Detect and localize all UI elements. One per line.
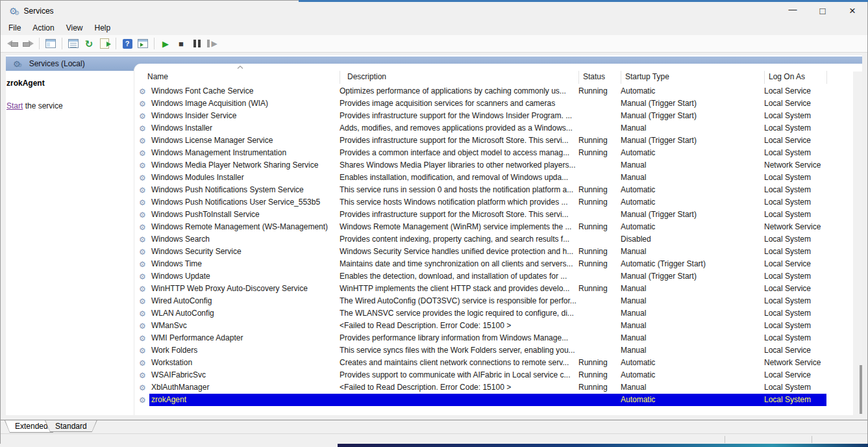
service-rows: ⚙Windows Font Cache Service Optimizes pe… <box>135 85 853 406</box>
table-row[interactable]: ⚙Windows Media Player Network Sharing Se… <box>135 159 826 172</box>
column-header-startup-type[interactable]: Startup Type <box>625 72 669 81</box>
service-description: Provides image acquisition services for … <box>340 97 578 110</box>
table-row[interactable]: ⚙Windows Time Maintains date and time sy… <box>135 258 826 270</box>
column-divider[interactable] <box>764 71 765 84</box>
service-name: Windows Remote Management (WS-Management… <box>151 221 328 233</box>
table-row[interactable]: ⚙Windows PushToInstall Service Provides … <box>135 209 826 221</box>
column-divider[interactable] <box>621 71 621 84</box>
service-description: Maintains date and time synchronization … <box>340 258 578 270</box>
service-startup-type: Manual <box>621 320 764 332</box>
table-row[interactable]: ⚙Windows Insider Service Provides infras… <box>135 110 826 122</box>
service-description: Creates and maintains client network con… <box>340 357 578 369</box>
service-log-on-as: Local System <box>764 233 826 246</box>
service-gear-icon: ⚙ <box>139 236 148 244</box>
restart-service-icon[interactable]: ▶ <box>205 36 219 51</box>
vertical-scrollbar[interactable] <box>853 71 862 415</box>
service-gear-icon: ⚙ <box>139 88 148 96</box>
table-row[interactable]: ⚙Wired AutoConfig The Wired AutoConfig (… <box>135 295 826 307</box>
vertical-scrollbar-thumb[interactable] <box>860 365 862 414</box>
services-node-icon: ⚙⚙ <box>13 60 21 68</box>
column-header-status[interactable]: Status <box>583 72 605 81</box>
service-name: WinHTTP Web Proxy Auto-Discovery Service <box>151 283 308 295</box>
table-row[interactable]: ⚙Windows License Manager Service Provide… <box>135 134 826 147</box>
table-row[interactable]: ⚙Windows Search Provides content indexin… <box>135 233 826 246</box>
taskbar-sliver[interactable] <box>338 444 868 447</box>
service-description: Provides infrastructure support for the … <box>340 209 578 221</box>
table-row[interactable]: ⚙Windows Push Notifications User Service… <box>135 196 826 209</box>
service-log-on-as: Local Service <box>764 85 826 97</box>
column-divider[interactable] <box>340 71 340 84</box>
column-header-name[interactable]: Name <box>147 72 168 81</box>
table-row[interactable]: ⚙Windows Image Acquisition (WIA) Provide… <box>135 97 826 110</box>
table-row[interactable]: ⚙Windows Installer Adds, modifies, and r… <box>135 122 826 134</box>
service-startup-type: Automatic <box>621 221 764 233</box>
service-gear-icon: ⚙ <box>139 174 148 182</box>
service-gear-icon: ⚙ <box>139 149 148 157</box>
start-service-icon[interactable]: ▶ <box>158 36 173 51</box>
service-name: Windows Push Notifications System Servic… <box>151 184 304 196</box>
table-row[interactable]: ⚙Windows Security Service Windows Securi… <box>135 246 826 258</box>
table-row[interactable]: ⚙Windows Modules Installer Enables insta… <box>135 172 826 184</box>
service-description: Optimizes performance of applications by… <box>340 85 578 97</box>
menu-file[interactable]: File <box>3 22 27 34</box>
table-row[interactable]: ⚙Windows Update Enables the detection, d… <box>135 270 826 283</box>
menu-view[interactable]: View <box>60 22 89 34</box>
tab-standard[interactable]: Standard <box>45 420 97 432</box>
pause-service-icon[interactable] <box>190 36 204 51</box>
minimize-button[interactable]: — <box>778 1 808 21</box>
table-row[interactable]: ⚙Windows Management Instrumentation Prov… <box>135 147 826 159</box>
stop-service-icon[interactable]: ■ <box>174 36 188 51</box>
service-startup-type: Manual (Trigger Start) <box>621 209 764 221</box>
forward-icon[interactable] <box>21 36 35 51</box>
service-startup-type: Manual <box>621 381 764 394</box>
refresh-icon[interactable]: ↻ <box>82 36 96 51</box>
service-name: WLAN AutoConfig <box>151 307 214 320</box>
service-log-on-as: Local Service <box>764 97 826 110</box>
column-divider[interactable] <box>578 71 579 84</box>
service-log-on-as: Local Service <box>764 258 826 270</box>
table-row[interactable]: ⚙Windows Push Notifications System Servi… <box>135 184 826 196</box>
service-startup-type: Manual <box>621 246 764 258</box>
column-header-description[interactable]: Description <box>347 72 386 81</box>
table-row[interactable]: ⚙WLAN AutoConfig The WLANSVC service pro… <box>135 307 826 320</box>
service-startup-type: Manual <box>621 295 764 307</box>
service-description: This service hosts Windows notification … <box>340 196 578 209</box>
close-button[interactable]: × <box>837 1 867 21</box>
service-log-on-as: Local System <box>764 122 826 134</box>
service-log-on-as: Local System <box>764 246 826 258</box>
column-divider[interactable] <box>826 71 827 84</box>
menu-help[interactable]: Help <box>89 22 117 34</box>
table-row[interactable]: ⚙zrokAgent Automatic Local System <box>135 394 826 406</box>
service-name: Windows Management Instrumentation <box>151 147 286 159</box>
back-icon[interactable] <box>5 36 19 51</box>
help-icon[interactable]: ? <box>120 36 134 51</box>
service-name: Windows Search <box>151 233 210 246</box>
table-row[interactable]: ⚙Workstation Creates and maintains clien… <box>135 357 826 369</box>
service-description: Windows Remote Management (WinRM) servic… <box>340 221 578 233</box>
selected-service-name: zrokAgent <box>6 79 134 88</box>
table-row[interactable]: ⚙Windows Remote Management (WS-Managemen… <box>135 221 826 233</box>
extended-view-icon[interactable] <box>136 36 150 51</box>
service-name: Windows Image Acquisition (WIA) <box>151 97 268 110</box>
service-status: Running <box>578 258 621 270</box>
menu-action[interactable]: Action <box>27 22 60 34</box>
title-bar[interactable]: ⚙⚙ Services — □ × <box>1 1 867 21</box>
maximize-button[interactable]: □ <box>808 1 837 21</box>
service-status <box>578 344 621 357</box>
column-header-log-on-as[interactable]: Log On As <box>769 72 805 81</box>
table-row[interactable]: ⚙Windows Font Cache Service Optimizes pe… <box>135 85 826 97</box>
start-service-link[interactable]: Start <box>6 101 23 110</box>
export-list-icon[interactable] <box>97 36 112 51</box>
table-row[interactable]: ⚙Work Folders This service syncs files w… <box>135 344 826 357</box>
table-row[interactable]: ⚙WMI Performance Adapter Provides perfor… <box>135 332 826 344</box>
table-row[interactable]: ⚙WManSvc <Failed to Read Description. Er… <box>135 320 826 332</box>
service-description: The Wired AutoConfig (DOT3SVC) service i… <box>340 295 578 307</box>
service-status <box>578 159 621 172</box>
show-hide-console-tree-icon[interactable] <box>43 36 58 51</box>
table-row[interactable]: ⚙WSAIFabricSvc Provides support to commu… <box>135 369 826 381</box>
properties-icon[interactable] <box>66 36 81 51</box>
service-status: Running <box>578 134 621 147</box>
service-name: WManSvc <box>151 320 187 332</box>
table-row[interactable]: ⚙WinHTTP Web Proxy Auto-Discovery Servic… <box>135 283 826 295</box>
table-row[interactable]: ⚙XblAuthManager <Failed to Read Descript… <box>135 381 826 394</box>
